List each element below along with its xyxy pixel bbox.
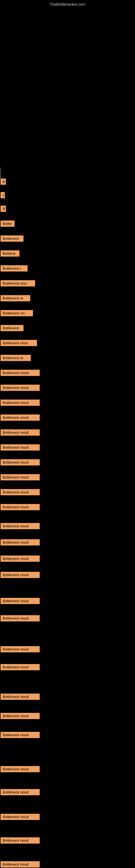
bottleneck-label-10: Bottleneck res: [1, 310, 33, 316]
bottleneck-label-31: Bottleneck result: [1, 664, 40, 670]
bottleneck-label-34: Bottleneck result: [1, 732, 40, 738]
bottleneck-label-38: Bottleneck result: [1, 837, 40, 844]
bottleneck-label-13: Bottleneck re: [1, 355, 31, 361]
bottleneck-label-26: Bottleneck result: [1, 556, 40, 562]
bottleneck-label-6: Bottlene: [1, 250, 19, 257]
bottleneck-label-28: Bottleneck result: [1, 598, 40, 604]
bottleneck-label-2: I: [1, 192, 5, 198]
bottleneck-label-35: Bottleneck result: [1, 766, 40, 772]
bottleneck-label-21: Bottleneck result: [1, 474, 40, 480]
bottleneck-label-39: Bottleneck result: [1, 861, 40, 867]
bottleneck-label-29: Bottleneck result: [1, 615, 40, 621]
bottleneck-label-20: Bottleneck result: [1, 459, 40, 465]
bottleneck-label-27: Bottleneck result: [1, 572, 40, 578]
bottleneck-label-36: Bottleneck result: [1, 789, 40, 795]
bottleneck-label-22: Bottleneck result: [1, 489, 40, 495]
bottleneck-label-19: Bottleneck result: [1, 444, 40, 451]
bottleneck-label-7: Bottleneck r: [1, 265, 28, 272]
bottleneck-label-32: Bottleneck result: [1, 693, 40, 700]
bottleneck-label-3: B: [1, 206, 6, 212]
bottleneck-label-12: Bottleneck resul: [1, 340, 37, 346]
bottleneck-label-15: Bottleneck result: [1, 384, 40, 391]
site-title: TheBottlenecker.com: [0, 0, 135, 8]
bottleneck-label-33: Bottleneck result: [1, 713, 40, 719]
bottleneck-label-8: Bottleneck resu: [1, 280, 35, 286]
bottleneck-label-17: Bottleneck result: [1, 414, 40, 421]
bottleneck-label-16: Bottleneck result: [1, 400, 40, 406]
bottleneck-label-4: Bottle: [1, 220, 14, 227]
bottleneck-label-25: Bottleneck result: [1, 539, 40, 546]
bottleneck-label-24: Bottleneck result: [1, 523, 40, 529]
bottleneck-label-14: Bottleneck result: [1, 370, 40, 376]
bottleneck-label-23: Bottleneck result: [1, 504, 40, 510]
bottleneck-label-9: Bottleneck re: [1, 295, 30, 301]
bottleneck-label-30: Bottleneck result: [1, 646, 40, 652]
bottleneck-label-5: Bottleneck: [1, 236, 24, 242]
bottleneck-label-11: Bottleneck: [1, 325, 24, 331]
bottleneck-label-37: Bottleneck result: [1, 814, 40, 820]
bottleneck-label-18: Bottleneck result: [1, 429, 40, 436]
bottleneck-label-1: B: [1, 179, 6, 185]
